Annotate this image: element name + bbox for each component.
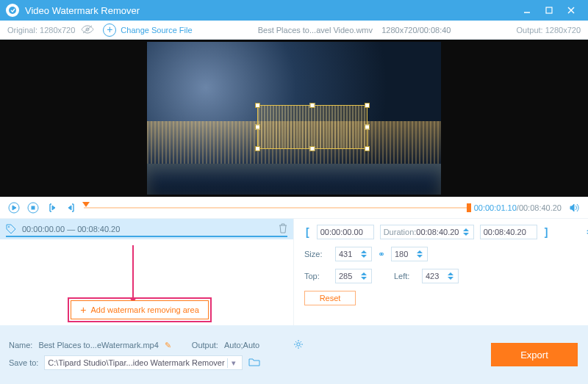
output-name: Best Places to...eWatermark.mp4 — [38, 341, 158, 349]
video-preview[interactable] — [147, 42, 441, 195]
segment-progress[interactable] — [6, 236, 287, 237]
open-folder-icon[interactable] — [248, 357, 260, 369]
annotation-arrow — [132, 245, 134, 303]
maximize-button[interactable] — [538, 0, 560, 21]
resize-handle[interactable] — [255, 103, 260, 108]
spinner-icon[interactable] — [361, 272, 368, 280]
save-path-input[interactable]: ▾ — [44, 355, 243, 370]
reset-button[interactable]: Reset — [304, 291, 356, 305]
preview-area — [0, 40, 588, 197]
preview-toggle-icon[interactable] — [81, 24, 94, 36]
plus-circle-icon — [103, 23, 116, 37]
add-watermark-label: Add watermark removing area — [90, 305, 198, 314]
name-label: Name: — [9, 341, 32, 349]
left-label: Left: — [394, 272, 416, 280]
end-time-input[interactable] — [480, 225, 537, 239]
output-res: Output: 1280x720 — [517, 26, 581, 35]
segments-panel: 00:00:00.00 — 00:08:40.20 + Add watermar… — [0, 219, 294, 325]
bracket-open-icon[interactable]: [ — [304, 226, 311, 238]
link-dimensions-icon[interactable]: ⚭ — [378, 249, 385, 259]
minimize-button[interactable] — [516, 0, 538, 21]
play-button[interactable] — [7, 201, 21, 214]
original-label: Original: 1280x720 — [7, 26, 75, 35]
resize-handle[interactable] — [255, 146, 260, 151]
duration-input[interactable]: Duration: — [380, 225, 474, 239]
svg-point-10 — [8, 226, 10, 228]
start-time-input[interactable] — [317, 225, 374, 239]
timeline-slider[interactable] — [84, 203, 468, 212]
height-input[interactable] — [391, 247, 428, 261]
close-button[interactable] — [560, 0, 582, 21]
top-input[interactable] — [335, 269, 372, 283]
player-controls: 00:00:01.10/00:08:40.20 — [0, 197, 588, 219]
app-logo-icon — [6, 4, 19, 17]
svg-point-0 — [9, 7, 16, 14]
save-to-label: Save to: — [9, 358, 38, 367]
title-bar: Video Watermark Remover — [0, 0, 588, 21]
spinner-icon[interactable] — [361, 250, 368, 258]
resize-handle[interactable] — [365, 125, 370, 130]
resize-handle[interactable] — [365, 146, 370, 151]
change-source-label: Change Source File — [121, 26, 192, 35]
delete-segment-icon[interactable] — [279, 223, 287, 235]
segment-row[interactable]: 00:00:00.00 — 00:08:40.20 — [0, 219, 293, 239]
file-info: Best Places to...avel Video.wmv 1280x720… — [193, 26, 517, 35]
stop-button[interactable] — [26, 201, 40, 214]
volume-icon[interactable] — [567, 201, 581, 214]
properties-panel: [ Duration: ] Size: ⚭ Top: Left: Reset — [294, 219, 588, 325]
resize-handle[interactable] — [310, 146, 315, 151]
path-dropdown-icon[interactable]: ▾ — [227, 358, 239, 368]
resize-handle[interactable] — [365, 103, 370, 108]
left-input[interactable] — [422, 269, 459, 283]
change-source-button[interactable]: Change Source File — [103, 23, 192, 37]
svg-rect-9 — [32, 206, 35, 209]
spinner-icon[interactable] — [417, 250, 424, 258]
watermark-selection-box[interactable] — [257, 105, 368, 149]
spinner-icon[interactable] — [463, 228, 470, 236]
tag-icon — [6, 224, 16, 234]
panels: 00:00:00.00 — 00:08:40.20 + Add watermar… — [0, 219, 588, 325]
add-watermark-area-button[interactable]: + Add watermark removing area — [71, 300, 209, 319]
plus-icon: + — [80, 305, 86, 315]
settings-icon[interactable] — [293, 339, 304, 351]
footer: Name: Best Places to...eWatermark.mp4 ✎ … — [0, 325, 588, 384]
rename-icon[interactable]: ✎ — [165, 341, 171, 350]
resize-handle[interactable] — [255, 125, 260, 130]
svg-point-11 — [297, 343, 300, 346]
spinner-icon[interactable] — [448, 272, 455, 280]
size-label: Size: — [304, 250, 329, 258]
mark-out-button[interactable] — [65, 201, 78, 214]
svg-rect-2 — [546, 7, 552, 13]
mark-in-button[interactable] — [46, 201, 59, 214]
output-format: Auto;Auto — [224, 341, 259, 349]
resize-handle[interactable] — [310, 103, 315, 108]
top-label: Top: — [304, 272, 329, 280]
info-bar: Original: 1280x720 Change Source File Be… — [0, 21, 588, 40]
segment-times: 00:00:00.00 — 00:08:40.20 — [22, 225, 273, 233]
width-input[interactable] — [335, 247, 372, 261]
app-title: Video Watermark Remover — [25, 5, 140, 16]
time-readout: 00:00:01.10/00:08:40.20 — [474, 203, 562, 212]
export-button[interactable]: Export — [491, 343, 578, 366]
output-label: Output: — [192, 341, 218, 349]
